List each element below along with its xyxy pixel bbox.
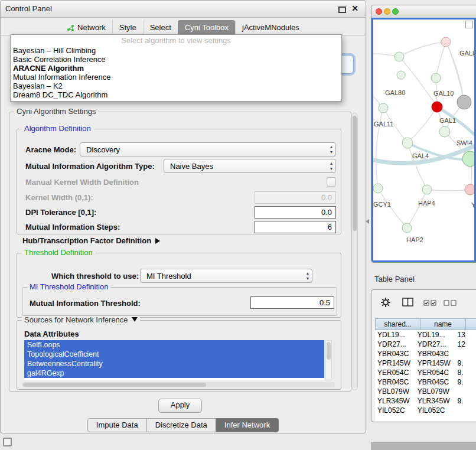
hub-expander-label: Hub/Transcription Factor Definition (22, 236, 151, 245)
column-header-shared-name[interactable]: shared... (375, 318, 420, 330)
tab-impute-data[interactable]: Impute Data (87, 418, 147, 432)
list-vertical-scrollbar[interactable] (325, 340, 332, 380)
network-node[interactable] (395, 52, 404, 61)
svg-text:GAL80: GAL80 (385, 89, 405, 96)
tab-select[interactable]: Select (143, 20, 178, 35)
tab-label: Cyni Toolbox (185, 23, 229, 32)
control-panel-tabs: Network Style Select Cyni Toolbox jActiv… (1, 20, 366, 35)
table-panel-window: shared... name YDL19...YDL19...13 YDR27.… (371, 289, 476, 422)
dropdown-item[interactable]: Dream8 DC_TDC Algorithm (11, 90, 341, 99)
table-row[interactable]: YER054CYER054C8. (375, 368, 476, 377)
tab-cyni-toolbox[interactable]: Cyni Toolbox (178, 20, 235, 35)
manual-kernel-checkbox[interactable] (327, 177, 336, 187)
svg-text:GAL10: GAL10 (433, 90, 454, 97)
float-panel-icon[interactable] (338, 6, 346, 13)
table-row[interactable]: YBR045CYBR045C9. (375, 377, 476, 387)
table-row[interactable]: YPR145WYPR145W9. (375, 358, 476, 368)
aracne-mode-combo[interactable]: Discovery ▴▾ (80, 142, 336, 156)
network-node-red[interactable] (432, 102, 442, 112)
mi-threshold-field[interactable]: 0.5 (250, 296, 334, 309)
list-item-selected[interactable]: gal4RGexp (24, 369, 324, 378)
zoom-window-icon[interactable] (392, 8, 399, 15)
network-node-gray[interactable] (457, 95, 471, 109)
table-toolbar (371, 290, 476, 318)
control-panel-window: Control Panel ✕ Network Style Select Cyn… (0, 0, 366, 433)
kernel-width-field: 0.0 (255, 191, 336, 204)
dropdown-item-selected[interactable]: ARACNE Algorithm (11, 64, 341, 73)
tab-network[interactable]: Network (60, 20, 112, 35)
dropdown-item[interactable]: Basic Correlation Inference (11, 55, 341, 64)
canvas-corner-box (465, 21, 473, 28)
table-body: YDL19...YDL19...13 YDR27...YDR27...12 YB… (375, 330, 476, 422)
network-canvas[interactable]: GAL8 GAL80 GAL10 GAL11 GAL1 SWI4 GAL4 GC… (371, 18, 476, 262)
close-panel-icon[interactable]: ✕ (351, 4, 358, 13)
table-row[interactable]: YDR27...YDR27...12 (375, 340, 476, 349)
network-node-pink[interactable] (465, 184, 475, 195)
mi-type-combo[interactable]: Naive Bayes ▴▾ (164, 159, 336, 173)
tab-label: Select (150, 23, 171, 32)
network-node[interactable] (379, 103, 388, 113)
svg-text:SWI4: SWI4 (457, 139, 472, 146)
panel-title: Control Panel (5, 4, 52, 13)
network-node[interactable] (431, 73, 441, 83)
network-node-green-large[interactable] (462, 151, 475, 167)
svg-text:Y: Y (471, 201, 475, 208)
data-attributes-list: SelfLoops TopologicalCoefficient Between… (24, 340, 324, 380)
chevron-down-icon (132, 317, 138, 322)
dropdown-item[interactable]: Bayesian – Hill Climbing (11, 46, 341, 55)
apply-button[interactable]: Apply (158, 399, 202, 413)
settings-scrollbar[interactable] (351, 113, 358, 390)
column-header-cut[interactable] (466, 318, 476, 330)
network-node[interactable] (422, 185, 432, 194)
checked-boxes-icon[interactable] (423, 300, 436, 306)
table-row[interactable]: YLR345WYLR345W9. (375, 396, 476, 406)
network-node[interactable] (402, 138, 413, 148)
column-header-name[interactable]: name (420, 318, 466, 330)
table-row[interactable]: YBR043CYBR043C (375, 349, 476, 358)
table-row[interactable]: YDL19...YDL19...13 (375, 330, 476, 340)
mi-steps-label: Mutual Information Steps: (25, 223, 120, 231)
list-item-selected[interactable]: BetweennessCentrality (24, 359, 324, 369)
network-window-titlebar (371, 5, 476, 18)
splitter-collapse-icon[interactable] (366, 219, 369, 224)
network-node[interactable] (441, 37, 451, 47)
panel-dock-icon[interactable] (3, 438, 12, 446)
tab-discretize-data[interactable]: Discretize Data (146, 418, 216, 432)
threshold-definition-group: Threshold Definition Which threshold to … (17, 253, 341, 318)
svg-text:GAL1: GAL1 (439, 117, 456, 124)
mi-steps-field[interactable]: 6 (255, 221, 336, 233)
tab-style[interactable]: Style (112, 20, 143, 35)
list-item-selected[interactable]: SelfLoops (24, 340, 324, 350)
svg-text:GAL11: GAL11 (374, 120, 393, 128)
list-item-selected[interactable]: TopologicalCoefficient (24, 350, 324, 359)
dropdown-item[interactable]: Bayesian – K2 (11, 81, 341, 90)
dpi-tolerance-field[interactable]: 0.0 (255, 206, 336, 219)
tab-jactivemodules[interactable]: jActiveMNodules (235, 20, 306, 35)
tab-label: jActiveMNodules (242, 23, 299, 32)
gear-icon[interactable] (381, 298, 390, 307)
combo-arrows-icon: ▴▾ (330, 161, 332, 171)
aracne-mode-label: Aracne Mode: (25, 145, 76, 154)
close-window-icon[interactable] (376, 8, 382, 15)
tab-infer-network[interactable]: Infer Network (216, 418, 279, 432)
scrollbar-thumb[interactable] (353, 116, 357, 231)
list-horizontal-scrollbar[interactable] (22, 382, 335, 387)
minimize-window-icon[interactable] (384, 8, 390, 15)
network-node[interactable] (397, 71, 405, 79)
network-node[interactable] (402, 223, 412, 233)
columns-icon[interactable] (402, 298, 413, 306)
combo-value: Naive Bayes (170, 162, 213, 171)
table-row[interactable]: YIL052CYIL052C (375, 406, 476, 415)
hub-expander[interactable]: Hub/Transcription Factor Definition (22, 236, 160, 245)
table-row[interactable]: YBL079WYBL079W (375, 387, 476, 396)
which-threshold-combo[interactable]: MI Threshold ▴▾ (140, 269, 312, 283)
scrollbar-thumb[interactable] (327, 342, 331, 360)
which-threshold-label: Which threshold to use: (51, 272, 139, 281)
unchecked-boxes-icon[interactable] (444, 300, 457, 306)
svg-text:HAP2: HAP2 (406, 236, 423, 243)
sources-expander[interactable]: Sources for Network Inference (22, 316, 140, 324)
dropdown-item[interactable]: Mutual Information Inference (11, 73, 341, 81)
scrollbar-thumb[interactable] (23, 383, 206, 387)
network-node[interactable] (439, 126, 450, 137)
network-node[interactable] (373, 184, 383, 193)
